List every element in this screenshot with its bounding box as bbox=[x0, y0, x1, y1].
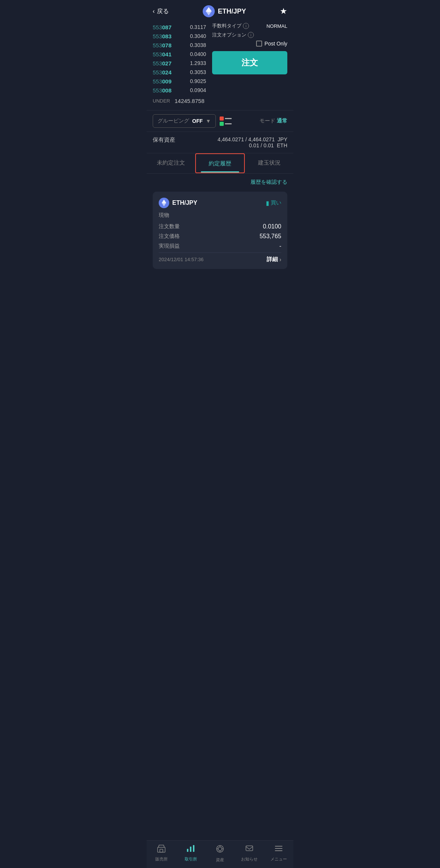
trade-timestamp: 2024/12/01 14:57:36 bbox=[159, 257, 203, 262]
pair-name: ETH/JPY bbox=[218, 8, 246, 15]
under-label: UNDER bbox=[153, 98, 170, 104]
fee-type-info-icon[interactable]: i bbox=[243, 23, 249, 29]
trade-type: 現物 bbox=[159, 212, 281, 219]
chevron-right-icon: › bbox=[279, 256, 281, 263]
ask-price-8: 553008 bbox=[153, 87, 171, 94]
order-option-row: 注文オプション i bbox=[212, 32, 287, 38]
card-divider bbox=[159, 253, 281, 253]
pnl-value: - bbox=[279, 243, 281, 250]
ask-price-4: 553041 bbox=[153, 51, 171, 57]
ask-price-3: 553078 bbox=[153, 42, 171, 48]
assets-values: 4,464.0271 / 4,464.0271 JPY 0.01 / 0.01 … bbox=[218, 136, 287, 148]
post-only-checkbox[interactable] bbox=[256, 41, 262, 47]
pnl-label: 実現損益 bbox=[159, 243, 180, 250]
order-option-info-icon[interactable]: i bbox=[248, 32, 254, 38]
tabs-section: 未約定注文 約定履歴 建玉状況 bbox=[147, 153, 293, 174]
svg-marker-0 bbox=[206, 7, 212, 12]
buy-badge: ▮ 買い bbox=[266, 200, 281, 207]
list-view-icons[interactable] bbox=[220, 116, 232, 126]
ask-price-6: 553024 bbox=[153, 69, 171, 76]
back-arrow-icon: ‹ bbox=[153, 8, 155, 15]
ask-size-4: 0.0400 bbox=[190, 51, 206, 57]
ask-row-6: 553024 0.3053 bbox=[153, 68, 206, 77]
mode-label: モード bbox=[259, 118, 275, 124]
trade-footer: 2024/12/01 14:57:36 詳細 › bbox=[159, 256, 281, 263]
quantity-row: 注文数量 0.0100 bbox=[159, 223, 281, 230]
assets-jpy: 4,464.0271 / 4,464.0271 JPY bbox=[218, 136, 287, 142]
trade-card-header: ETH/JPY ▮ 買い bbox=[159, 198, 281, 208]
quantity-value: 0.0100 bbox=[263, 223, 281, 230]
ask-row-7: 553009 0.9025 bbox=[153, 77, 206, 86]
ask-size-3: 0.3038 bbox=[190, 42, 206, 48]
ask-size-2: 0.3040 bbox=[190, 33, 206, 39]
under-row: UNDER 14245.8758 bbox=[153, 95, 206, 107]
assets-section: 保有資産 4,464.0271 / 4,464.0271 JPY 0.01 / … bbox=[147, 132, 293, 153]
order-option-label: 注文オプション i bbox=[212, 32, 254, 38]
assets-label: 保有資産 bbox=[153, 136, 175, 144]
under-value: 14245.8758 bbox=[174, 98, 204, 104]
ask-size-8: 0.0904 bbox=[190, 87, 206, 94]
ask-price-7: 553009 bbox=[153, 78, 171, 85]
fee-type-row: 手数料タイプ i NORMAL bbox=[212, 23, 287, 29]
ask-price-5: 553027 bbox=[153, 60, 171, 67]
trade-card: ETH/JPY ▮ 買い 現物 注文数量 0.0100 注文価格 553,765… bbox=[153, 192, 287, 269]
fee-type-value: NORMAL bbox=[266, 23, 287, 29]
history-confirm-link[interactable]: 履歴を確認する bbox=[250, 179, 287, 186]
trade-pair-name: ETH/JPY bbox=[172, 200, 197, 206]
grouping-select[interactable]: グルーピング OFF ▼ bbox=[153, 114, 216, 128]
ask-price-2: 553083 bbox=[153, 33, 171, 39]
order-button[interactable]: 注文 bbox=[212, 51, 287, 74]
post-only-label: Post Only bbox=[264, 41, 287, 47]
ask-row-1: 553087 0.3117 bbox=[153, 23, 206, 32]
mode-value: 通常 bbox=[277, 118, 287, 124]
ask-row-3: 553078 0.3038 bbox=[153, 41, 206, 50]
ask-row-4: 553041 0.0400 bbox=[153, 50, 206, 59]
fee-type-label: 手数料タイプ i bbox=[212, 23, 249, 29]
tab-pending-orders[interactable]: 未約定注文 bbox=[147, 153, 195, 173]
quantity-label: 注文数量 bbox=[159, 223, 180, 230]
fee-panel: 手数料タイプ i NORMAL 注文オプション i Post Only bbox=[212, 23, 287, 47]
price-label: 注文価格 bbox=[159, 233, 180, 240]
buy-label: 買い bbox=[271, 200, 281, 206]
dropdown-icon: ▼ bbox=[206, 118, 211, 124]
detail-link[interactable]: 詳細 › bbox=[267, 256, 281, 263]
orderbook-left: 553087 0.3117 553083 0.3040 553078 0.303… bbox=[153, 23, 206, 107]
ask-row-2: 553083 0.3040 bbox=[153, 32, 206, 41]
order-panel: 手数料タイプ i NORMAL 注文オプション i Post Only 注文 bbox=[212, 23, 287, 107]
pnl-row: 実現損益 - bbox=[159, 243, 281, 250]
eth-logo-icon bbox=[203, 5, 215, 17]
trade-eth-icon bbox=[159, 198, 169, 208]
grouping-bar: グルーピング OFF ▼ モード 通常 bbox=[147, 110, 293, 132]
tab-trade-history[interactable]: 約定履歴 bbox=[195, 153, 245, 173]
favorite-button[interactable]: ★ bbox=[280, 6, 287, 16]
ask-price-1: 553087 bbox=[153, 24, 171, 30]
price-value: 553,765 bbox=[259, 233, 281, 240]
ask-size-6: 0.3053 bbox=[190, 69, 206, 76]
ask-row-5: 553027 1.2933 bbox=[153, 59, 206, 68]
mode-display: モード 通常 bbox=[259, 118, 287, 124]
ask-row-8: 553008 0.0904 bbox=[153, 86, 206, 95]
ask-size-5: 1.2933 bbox=[190, 60, 206, 67]
bookmark-icon: ▮ bbox=[266, 200, 269, 207]
ask-size-7: 0.9025 bbox=[190, 78, 206, 85]
grouping-label: グルーピング bbox=[158, 118, 189, 124]
ask-size-1: 0.3117 bbox=[190, 24, 206, 30]
orderbook-section: 553087 0.3117 553083 0.3040 553078 0.303… bbox=[147, 23, 293, 110]
back-button[interactable]: ‹ 戻る bbox=[153, 8, 169, 15]
post-only-row: Post Only bbox=[212, 41, 287, 47]
price-row: 注文価格 553,765 bbox=[159, 233, 281, 240]
svg-marker-2 bbox=[162, 200, 166, 204]
back-label: 戻る bbox=[157, 8, 169, 15]
trade-details: 注文数量 0.0100 注文価格 553,765 実現損益 - bbox=[159, 223, 281, 250]
assets-eth: 0.01 / 0.01 ETH bbox=[218, 142, 287, 148]
trade-pair: ETH/JPY bbox=[159, 198, 197, 208]
grouping-value: OFF bbox=[192, 118, 203, 124]
detail-label: 詳細 bbox=[267, 256, 278, 263]
pair-title: ETH/JPY bbox=[203, 5, 246, 17]
tab-positions[interactable]: 建玉状況 bbox=[245, 153, 293, 173]
header: ‹ 戻る ETH/JPY ★ bbox=[147, 0, 293, 23]
history-link-row: 履歴を確認する bbox=[147, 174, 293, 189]
